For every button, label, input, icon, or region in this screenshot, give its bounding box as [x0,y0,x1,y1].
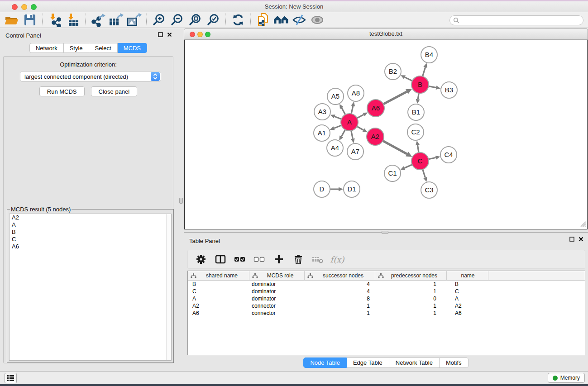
column-header-name[interactable]: name [447,271,488,280]
table-cell[interactable]: connector [249,310,305,316]
table-cell[interactable]: 8 [305,295,375,302]
memory-button[interactable]: Memory [548,373,585,383]
export-image-button[interactable] [125,13,143,27]
graph-node-A5[interactable]: A5 [327,88,344,105]
graphics-details-button[interactable] [290,13,308,27]
select-all-columns-button[interactable] [234,253,246,265]
minimize-window-button[interactable] [21,4,27,10]
table-cell[interactable]: A [447,295,488,302]
graph-node-A3[interactable]: A3 [314,104,330,120]
show-columns-button[interactable] [215,253,226,265]
task-history-button[interactable] [5,373,17,383]
tab-mcds[interactable]: MCDS [118,43,147,53]
table-cell[interactable]: C [447,288,488,295]
mcds-result-item[interactable]: C [10,236,171,243]
scrollbar-track[interactable] [166,214,171,360]
table-cell[interactable]: B [188,281,249,287]
zoom-window-button[interactable] [31,4,37,10]
graph-node-C[interactable]: C [411,152,429,170]
zoom-out-button[interactable] [168,13,186,27]
graph-node-A8[interactable]: A8 [348,85,364,101]
table-row[interactable]: Cdominator41C [188,288,585,295]
mcds-result-item[interactable]: A [10,221,171,229]
table-cell[interactable]: A6 [447,310,488,316]
graph-node-A4[interactable]: A4 [327,140,343,156]
network-from-selection-button[interactable] [254,13,272,27]
optimization-criterion-dropdown[interactable]: largest connected component (directed) [20,71,161,82]
graph-node-B1[interactable]: B1 [408,104,424,120]
resize-grip-icon[interactable] [580,221,586,227]
table-cell[interactable]: 0 [375,295,447,302]
graph-node-A2[interactable]: A2 [367,128,384,145]
table-mode-button[interactable] [195,253,207,265]
table-cell[interactable]: dominator [249,288,305,295]
graph-node-C3[interactable]: C3 [421,182,437,198]
table-row[interactable]: Bdominator41B [188,281,585,288]
table-cell[interactable]: connector [249,303,305,309]
close-network-button[interactable] [190,32,195,37]
table-cell[interactable]: dominator [249,295,305,302]
save-session-button[interactable] [21,13,39,27]
graph-node-B2[interactable]: B2 [385,63,401,80]
table-cell[interactable]: 1 [305,303,375,309]
graph-node-C2[interactable]: C2 [407,124,424,140]
tab-network[interactable]: Network [29,43,64,53]
float-panel-icon[interactable] [158,32,163,37]
float-panel-icon[interactable] [569,237,574,242]
graph-node-A7[interactable]: A7 [347,143,363,160]
network-window-titlebar[interactable]: testGlobe.txt [184,28,588,40]
table-cell[interactable]: C [188,288,249,295]
graph-node-D1[interactable]: D1 [344,181,360,197]
table-cell[interactable]: dominator [249,281,305,287]
table-row[interactable]: A2connector11A2 [188,302,585,310]
create-column-button[interactable] [273,253,285,265]
table-cell[interactable]: 4 [305,281,375,287]
delete-table-button[interactable] [312,253,324,265]
column-header-predecessor-nodes[interactable]: predecessor nodes [375,271,447,280]
column-header-successor-nodes[interactable]: successor nodes [305,271,375,280]
import-network-button[interactable] [46,13,64,27]
table-cell[interactable]: 1 [375,288,447,295]
graph-node-D[interactable]: D [314,181,330,197]
graph-node-C4[interactable]: C4 [440,147,457,163]
zoom-network-button[interactable] [205,32,210,37]
column-header-MCDS-role[interactable]: MCDS role [249,271,305,280]
table-row[interactable]: A6connector11A6 [188,310,585,317]
table-cell[interactable]: 4 [305,288,375,295]
apply-layout-button[interactable] [229,13,247,27]
table-cell[interactable]: 1 [375,281,447,287]
run-mcds-button[interactable]: Run MCDS [39,86,85,96]
zoom-selected-button[interactable] [204,13,222,27]
zoom-fit-button[interactable] [186,13,204,27]
tab-style[interactable]: Style [64,43,89,53]
mcds-result-list[interactable]: A2ABCA6 [9,214,172,361]
graph-node-A[interactable]: A [341,114,358,131]
search-box[interactable] [449,15,583,25]
table-cell[interactable]: A2 [447,303,488,309]
vertical-splitter-handle[interactable] [179,198,183,204]
network-canvas[interactable]: AA1A2A3A4A5A6A7A8BB1B2B3B4CC1C2C3C4DD1 [184,40,588,229]
column-header-shared-name[interactable]: shared name [188,271,249,280]
open-session-button[interactable] [3,13,21,27]
mcds-result-item[interactable]: A2 [10,214,171,221]
export-network-button[interactable] [89,13,107,27]
graph-node-B4[interactable]: B4 [421,47,437,63]
table-cell[interactable]: 1 [305,310,375,316]
tab-select[interactable]: Select [89,43,118,53]
graph-node-A1[interactable]: A1 [314,125,330,141]
graph-node-C1[interactable]: C1 [384,165,401,181]
close-window-button[interactable] [12,4,18,10]
table-cell[interactable]: 1 [375,303,447,309]
table-cell[interactable]: B [447,281,488,287]
graph-node-A6[interactable]: A6 [367,100,384,117]
table-cell[interactable]: 1 [375,310,447,316]
minimize-network-button[interactable] [197,32,203,37]
tab-node-table[interactable]: Node Table [303,357,347,368]
zoom-in-button[interactable] [150,13,168,27]
close-panel-button[interactable]: Close panel [91,86,138,96]
tab-edge-table[interactable]: Edge Table [347,357,389,368]
table-cell[interactable]: A6 [188,310,249,316]
mcds-result-item[interactable]: A6 [10,243,171,250]
delete-columns-button[interactable] [292,253,304,265]
table-cell[interactable]: A [188,295,249,302]
